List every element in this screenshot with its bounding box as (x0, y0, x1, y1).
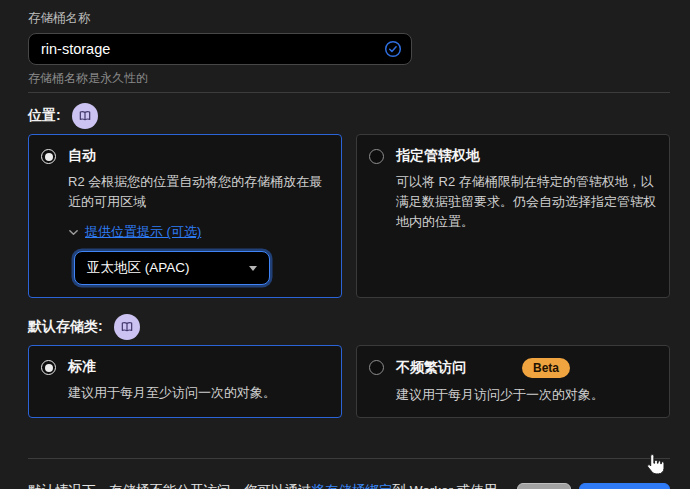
location-hint-select[interactable]: 亚太地区 (APAC) (74, 251, 270, 285)
bucket-name-helper: 存储桶名称是永久性的 (28, 70, 670, 84)
footer-divider (28, 458, 670, 459)
bucket-name-input-wrap (28, 33, 412, 65)
chevron-down-icon (68, 227, 79, 238)
option-title: 不频繁访问 (396, 359, 466, 377)
radio-standard[interactable] (41, 360, 56, 375)
create-bucket-button[interactable]: 创建存储桶 (579, 483, 670, 489)
option-description: 建议用于每月访问少于一次的对象。 (396, 385, 657, 405)
storage-class-option-infrequent[interactable]: 不频繁访问 Beta 建议用于每月访问少于一次的对象。 (356, 345, 670, 418)
selected-region: 亚太地区 (APAC) (87, 259, 190, 277)
hint-toggle-label[interactable]: 提供位置提示 (可选) (85, 223, 201, 241)
storage-class-option-standard[interactable]: 标准 建议用于每月至少访问一次的对象。 (28, 345, 342, 418)
radio-automatic[interactable] (41, 149, 56, 164)
option-description: 建议用于每月至少访问一次的对象。 (68, 383, 329, 403)
footer-note-pre: 默认情况下，存储桶不能公开访问。您可以通过 (28, 483, 312, 489)
option-description: 可以将 R2 存储桶限制在特定的管辖权地，以满足数据驻留要求。仍会自动选择指定管… (396, 172, 657, 232)
bucket-name-label: 存储桶名称 (28, 10, 670, 27)
location-section-header: 位置: (28, 103, 670, 129)
cancel-button[interactable]: 取消 (517, 483, 570, 489)
location-option-jurisdiction[interactable]: 指定管辖权地 可以将 R2 存储桶限制在特定的管辖权地，以满足数据驻留要求。仍会… (356, 134, 670, 298)
option-description: R2 会根据您的位置自动将您的存储桶放在最近的可用区域 (68, 172, 329, 212)
option-title: 自动 (68, 147, 96, 165)
storage-class-label: 默认存储类: (28, 318, 103, 336)
radio-infrequent[interactable] (369, 360, 384, 375)
footer-note: 默认情况下，存储桶不能公开访问。您可以通过将存储桶绑定到 Worker 或使用 … (28, 481, 517, 489)
location-label: 位置: (28, 107, 61, 125)
location-option-automatic[interactable]: 自动 R2 会根据您的位置自动将您的存储桶放在最近的可用区域 提供位置提示 (可… (28, 134, 342, 298)
section-divider (28, 92, 670, 93)
bucket-name-input[interactable] (31, 34, 384, 64)
option-title: 标准 (68, 358, 96, 376)
create-bucket-form: 存储桶名称 存储桶名称是永久性的 位置: 自动 (0, 0, 690, 489)
check-circle-icon (384, 40, 402, 58)
radio-jurisdiction[interactable] (369, 149, 384, 164)
caret-down-icon (249, 266, 257, 271)
open-book-icon[interactable] (114, 314, 140, 340)
beta-badge: Beta (522, 358, 570, 377)
location-hint-toggle[interactable]: 提供位置提示 (可选) (68, 223, 329, 241)
open-book-icon[interactable] (72, 103, 98, 129)
bind-bucket-link[interactable]: 将存储桶绑定 (312, 483, 393, 489)
option-title: 指定管辖权地 (396, 147, 480, 165)
storage-class-section-header: 默认存储类: (28, 314, 670, 340)
